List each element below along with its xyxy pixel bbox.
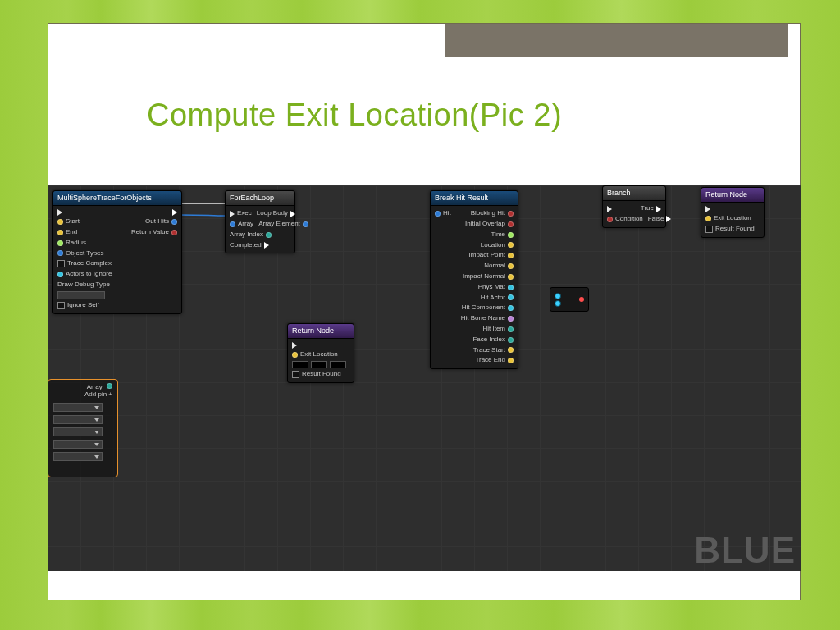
- node-foreach[interactable]: ForEachLoop ExecLoop Body ArrayArray Ele…: [225, 190, 295, 253]
- dropdown-debug-type[interactable]: [57, 291, 105, 299]
- node-title: Branch: [603, 186, 665, 201]
- checkbox-ignore-self[interactable]: [57, 302, 65, 309]
- pin-vector[interactable]: [57, 219, 63, 225]
- slide-background: Compute Exit Location(Pic 2): [0, 0, 840, 630]
- watermark: BLUE: [694, 530, 796, 571]
- checkbox-trace-complex[interactable]: [57, 260, 65, 267]
- node-title: Return Node: [288, 324, 354, 339]
- slide-title: Compute Exit Location(Pic 2): [147, 98, 562, 133]
- node-return-center[interactable]: Return Node Exit Location Result Found: [287, 323, 354, 383]
- add-pin-button[interactable]: Add pin +: [48, 390, 117, 399]
- node-branch[interactable]: Branch True ConditionFalse: [602, 185, 666, 228]
- node-title: MultiSphereTraceForObjects: [53, 191, 181, 206]
- node-make-array[interactable]: Array Add pin +: [48, 379, 118, 477]
- slide-header-tab: [442, 24, 792, 60]
- node-title: Break Hit Result: [431, 191, 518, 206]
- node-multispheretrace[interactable]: MultiSphereTraceForObjects StartOut Hits…: [52, 190, 182, 314]
- node-equals[interactable]: [550, 287, 589, 312]
- node-break-hit[interactable]: Break Hit Result HitBlocking HitInitial …: [430, 190, 518, 369]
- node-return-right[interactable]: Return Node Exit Location Result Found: [701, 187, 765, 238]
- blueprint-canvas[interactable]: MultiSphereTraceForObjects StartOut Hits…: [48, 185, 801, 571]
- node-title: ForEachLoop: [226, 191, 294, 206]
- node-title: Return Node: [701, 188, 764, 203]
